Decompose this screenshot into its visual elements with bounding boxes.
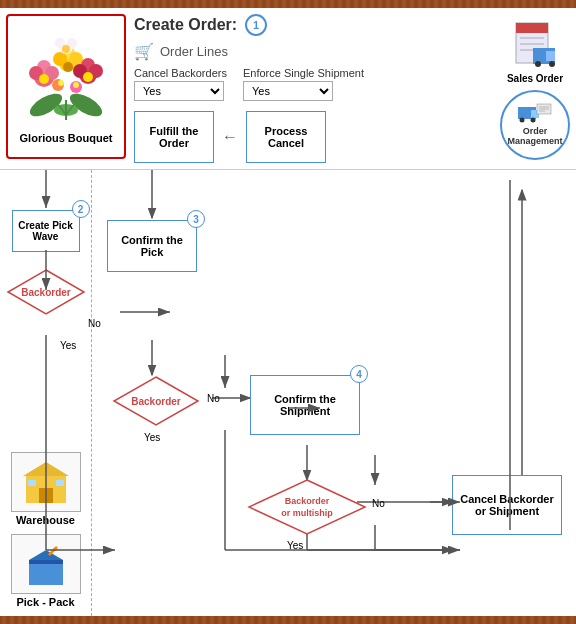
- wood-border-top: [0, 0, 576, 8]
- svg-point-38: [549, 61, 555, 67]
- main-area: Glorious Bouquet Create Order: 1 🛒 Order…: [0, 8, 576, 616]
- bouquet-box: Glorious Bouquet: [6, 14, 126, 159]
- enforce-shipment-group: Enforce Single Shipment Yes No: [243, 67, 364, 101]
- wood-border-bottom: [0, 616, 576, 624]
- process-cancel-box: Process Cancel: [246, 111, 326, 163]
- yes-label-2: Yes: [144, 432, 160, 443]
- warehouse-label: Warehouse: [16, 514, 75, 526]
- cart-icon: 🛒: [134, 42, 154, 61]
- svg-rect-71: [29, 560, 63, 564]
- order-mgmt-icon: [517, 103, 553, 127]
- warehouse-item: Warehouse: [11, 452, 81, 526]
- bouquet-flower: [16, 20, 116, 130]
- cancel-backorders-label: Cancel Backorders: [134, 67, 227, 79]
- backorder-diamond-2-svg: Backorder: [112, 375, 200, 427]
- order-mgmt-label: Order Management: [502, 127, 568, 147]
- bouquet-label: Glorious Bouquet: [20, 132, 113, 144]
- svg-rect-67: [28, 480, 36, 486]
- order-lines-row: 🛒 Order Lines: [134, 42, 492, 61]
- svg-point-29: [62, 45, 70, 53]
- svg-text:or multiship: or multiship: [281, 508, 333, 518]
- order-lines-fields: Cancel Backorders Yes No Enforce Single …: [134, 67, 492, 101]
- pick-pack-label: Pick - Pack: [16, 596, 74, 608]
- create-pick-wave-box: Create Pick Wave: [12, 210, 80, 252]
- svg-text:Backorder: Backorder: [21, 287, 71, 298]
- backorder-diamond-1: Backorder: [6, 268, 86, 316]
- no-label-2: No: [207, 393, 220, 404]
- backorder-diamond-1-svg: Backorder: [6, 268, 86, 316]
- order-lines-label: Order Lines: [160, 44, 228, 59]
- order-title-row: Create Order: 1: [134, 14, 492, 36]
- bouquet-svg: [16, 20, 116, 130]
- enforce-shipment-select[interactable]: Yes No: [243, 81, 333, 101]
- svg-point-20: [83, 72, 93, 82]
- yes-label-3: Yes: [287, 540, 303, 551]
- svg-point-15: [63, 62, 73, 72]
- pick-pack-svg: [21, 540, 71, 588]
- svg-rect-31: [516, 23, 548, 33]
- sales-order-label: Sales Order: [507, 73, 563, 84]
- flowchart-area: Confirm the Pick 3 Backorder No Yes Conf…: [92, 170, 576, 616]
- order-panel: Create Order: 1 🛒 Order Lines Cancel Bac…: [134, 14, 492, 163]
- sales-order-svg: [508, 18, 563, 73]
- step-2-circle: 2: [72, 200, 90, 218]
- svg-rect-68: [56, 480, 64, 486]
- cancel-backorders-select[interactable]: Yes No: [134, 81, 224, 101]
- cancel-backorder-shipment-box: Cancel Backorder or Shipment: [452, 475, 562, 535]
- svg-point-24: [73, 82, 79, 88]
- warehouse-icon-box: [11, 452, 81, 512]
- svg-point-42: [531, 118, 536, 123]
- backorder-diamond-2: Backorder: [112, 375, 200, 429]
- cancel-backorder-shipment-container: Cancel Backorder or Shipment: [452, 475, 562, 535]
- svg-marker-65: [23, 462, 69, 476]
- sales-order-icon-box: Sales Order: [507, 18, 563, 84]
- svg-marker-70: [29, 550, 63, 560]
- confirm-pick-box: Confirm the Pick: [107, 220, 197, 272]
- svg-point-23: [58, 80, 64, 86]
- left-icons-column: Create Pick Wave 2 Backorder No Yes: [0, 170, 92, 616]
- svg-point-41: [520, 118, 525, 123]
- pick-pack-item: Pick - Pack: [11, 534, 81, 608]
- fulfill-order-box: Fulfill the Order: [134, 111, 214, 163]
- svg-rect-36: [546, 51, 555, 61]
- step-1-circle: 1: [245, 14, 267, 36]
- svg-rect-66: [39, 488, 53, 503]
- step-4-circle: 4: [350, 365, 368, 383]
- backorder-multiship-svg: Backorder or multiship: [247, 478, 367, 536]
- pick-pack-icon-box: [11, 534, 81, 594]
- no-label-3: No: [372, 498, 385, 509]
- cancel-backorders-group: Cancel Backorders Yes No: [134, 67, 227, 101]
- warehouse-svg: [21, 460, 71, 505]
- bottom-section: Create Pick Wave 2 Backorder No Yes: [0, 170, 576, 616]
- top-section: Glorious Bouquet Create Order: 1 🛒 Order…: [0, 8, 576, 170]
- order-mgmt-circle: Order Management: [500, 90, 570, 160]
- svg-text:Backorder: Backorder: [285, 496, 330, 506]
- svg-text:Backorder: Backorder: [131, 396, 181, 407]
- svg-point-37: [535, 61, 541, 67]
- enforce-shipment-label: Enforce Single Shipment: [243, 67, 364, 79]
- svg-point-10: [39, 74, 49, 84]
- order-mgmt-svg: [517, 103, 553, 125]
- order-title: Create Order:: [134, 16, 237, 34]
- backorder-multiship-diamond: Backorder or multiship: [247, 478, 367, 538]
- step-3-circle: 3: [187, 210, 205, 228]
- confirm-shipment-box: Confirm the Shipment: [250, 375, 360, 435]
- confirm-shipment-container: Confirm the Shipment 4: [250, 375, 360, 435]
- create-pick-wave-container: Create Pick Wave 2: [12, 210, 80, 252]
- svg-marker-85: [249, 480, 365, 534]
- yes-label-1: Yes: [60, 340, 76, 351]
- right-icons: Sales Order Order Managemen: [500, 14, 570, 160]
- confirm-pick-container: Confirm the Pick 3: [107, 220, 197, 272]
